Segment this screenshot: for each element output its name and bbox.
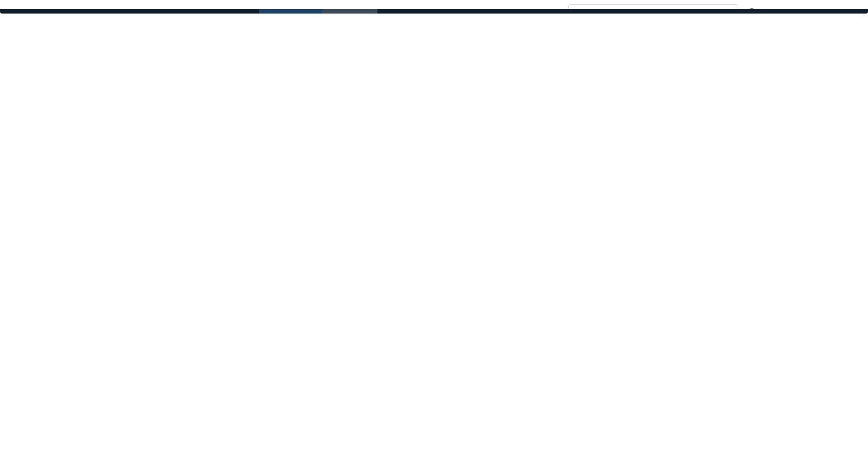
taskbar (0, 9, 868, 14)
taskbar-segment (322, 9, 377, 14)
taskbar-segment (259, 9, 322, 14)
app-window: 李文 首页样衣借用× 更多操作 查 询重 置新 增导 入编 辑提 交撤 回取 消… (0, 0, 868, 14)
